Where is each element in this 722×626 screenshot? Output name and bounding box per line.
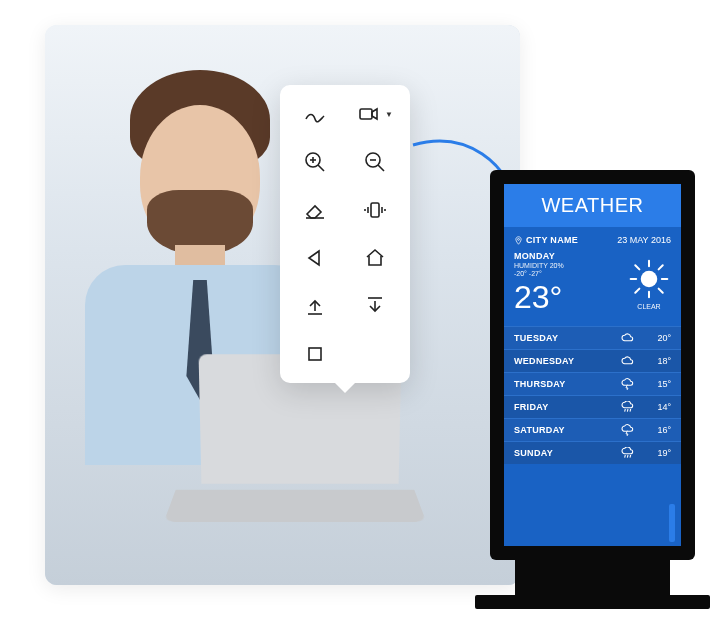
svg-line-25: [635, 265, 639, 269]
digital-signage-kiosk: WEATHER CITY NAME 23 MAY 2016 MONDAY HUM…: [490, 170, 695, 615]
forecast-temp: 20°: [645, 333, 671, 343]
eraser-button[interactable]: [302, 197, 328, 223]
svg-rect-0: [360, 109, 372, 119]
kiosk-screen[interactable]: WEATHER CITY NAME 23 MAY 2016 MONDAY HUM…: [504, 184, 681, 546]
forecast-day: FRIDAY: [514, 402, 619, 412]
svg-line-32: [625, 455, 626, 458]
svg-rect-18: [309, 348, 321, 360]
dropdown-caret-icon: ▼: [385, 110, 393, 119]
today-day: MONDAY: [514, 251, 564, 261]
svg-line-33: [627, 455, 628, 458]
forecast-row[interactable]: FRIDAY14°: [504, 395, 681, 418]
stop-icon: [303, 342, 327, 366]
weather-date: 23 MAY 2016: [617, 235, 671, 245]
stop-button[interactable]: [302, 341, 328, 367]
svg-line-30: [627, 409, 628, 412]
rain-icon: [619, 400, 637, 414]
svg-line-26: [659, 289, 663, 293]
forecast-row[interactable]: TUESDAY20°: [504, 326, 681, 349]
kiosk-indicator: [669, 504, 675, 542]
download-icon: [363, 294, 387, 318]
forecast-row[interactable]: SATURDAY16°: [504, 418, 681, 441]
svg-line-2: [318, 165, 324, 171]
location-pin-icon: [514, 236, 523, 245]
vibrate-icon: [363, 198, 387, 222]
forecast-row[interactable]: SUNDAY19°: [504, 441, 681, 464]
zoom-out-button[interactable]: [362, 149, 388, 175]
upload-icon: [303, 294, 327, 318]
draw-button[interactable]: [302, 101, 328, 127]
back-button[interactable]: [302, 245, 328, 271]
svg-point-20: [641, 271, 658, 288]
zoom-in-button[interactable]: [302, 149, 328, 175]
zoom-in-icon: [303, 150, 327, 174]
forecast-temp: 15°: [645, 379, 671, 389]
svg-line-34: [630, 455, 631, 458]
back-icon: [303, 246, 327, 270]
forecast-temp: 19°: [645, 448, 671, 458]
home-button[interactable]: [362, 245, 388, 271]
eraser-icon: [303, 198, 327, 222]
download-button[interactable]: [362, 293, 388, 319]
cloud-icon: [619, 331, 637, 345]
forecast-temp: 16°: [645, 425, 671, 435]
sun-icon: [627, 257, 671, 301]
forecast-day: THURSDAY: [514, 379, 619, 389]
forecast-day: TUESDAY: [514, 333, 619, 343]
forecast-day: SATURDAY: [514, 425, 619, 435]
remote-control-toolbar: ▼: [280, 85, 410, 383]
forecast-day: SUNDAY: [514, 448, 619, 458]
svg-line-28: [659, 265, 663, 269]
home-icon: [363, 246, 387, 270]
forecast-row[interactable]: WEDNESDAY18°: [504, 349, 681, 372]
today-range: -20° -27°: [514, 270, 564, 277]
forecast-row[interactable]: THURSDAY15°: [504, 372, 681, 395]
today-temp: 23°: [514, 279, 564, 316]
storm-icon: [619, 377, 637, 391]
upload-button[interactable]: [302, 293, 328, 319]
city-name: CITY NAME: [526, 235, 578, 245]
svg-line-6: [378, 165, 384, 171]
today-condition: CLEAR: [637, 303, 660, 310]
svg-point-19: [518, 238, 520, 240]
forecast-temp: 14°: [645, 402, 671, 412]
forecast-list: TUESDAY20°WEDNESDAY18°THURSDAY15°FRIDAY1…: [504, 326, 681, 464]
today-humidity: HUMIDITY 20%: [514, 262, 564, 269]
cloud-icon: [619, 354, 637, 368]
draw-icon: [303, 102, 327, 126]
svg-rect-9: [371, 203, 379, 217]
video-button[interactable]: ▼: [357, 101, 393, 127]
video-icon: [357, 102, 381, 126]
rain-icon: [619, 446, 637, 460]
weather-title: WEATHER: [504, 184, 681, 227]
svg-line-27: [635, 289, 639, 293]
storm-icon: [619, 423, 637, 437]
vibrate-button[interactable]: [362, 197, 388, 223]
svg-line-31: [630, 409, 631, 412]
svg-line-29: [625, 409, 626, 412]
forecast-day: WEDNESDAY: [514, 356, 619, 366]
forecast-temp: 18°: [645, 356, 671, 366]
zoom-out-icon: [363, 150, 387, 174]
